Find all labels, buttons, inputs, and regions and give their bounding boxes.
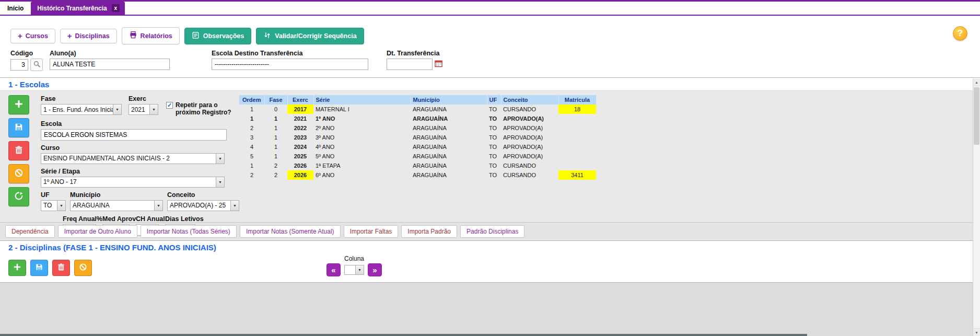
- disciplinas-button[interactable]: + Disciplinas: [60, 29, 117, 43]
- relatorios-button[interactable]: Relatórios: [122, 27, 180, 44]
- add-disciplina-button[interactable]: [8, 260, 26, 276]
- calendar-icon[interactable]: [435, 60, 442, 69]
- cell-4: ARAGUAÍNA: [411, 152, 487, 161]
- cell-6: CURSANDO: [501, 161, 558, 170]
- scrollbar-thumb[interactable]: [974, 87, 979, 145]
- column-header[interactable]: Conceito: [501, 95, 558, 105]
- aluno-label: Aluno(a): [50, 50, 212, 57]
- chevron-down-icon: ▼: [355, 265, 364, 274]
- table-row[interactable]: 102017MATERNAL IARAGUAINATOCURSANDO18: [239, 105, 596, 114]
- save-disciplina-button[interactable]: [30, 260, 48, 276]
- dt-transferencia-label: Dt. Transferência: [387, 50, 454, 57]
- import-link[interactable]: Importa Padrão: [401, 225, 457, 238]
- chevron-down-icon: ▼: [216, 154, 224, 164]
- table-row[interactable]: 2120222º ANOARAGUAÍNATOAPROVADO(A): [239, 123, 596, 133]
- save-record-button[interactable]: [8, 118, 29, 137]
- escola-form: Fase 1 - Ens. Fund. Anos Iniciais▼ Exerc…: [41, 95, 239, 217]
- cancel-disciplina-button[interactable]: [74, 260, 92, 276]
- escola-input[interactable]: [41, 129, 227, 141]
- import-link[interactable]: Dependência: [5, 225, 55, 238]
- disciplinas-section: Coluna « ▼ »: [0, 253, 980, 283]
- table-row[interactable]: 1120211º ANOARAGUAÍNATOAPROVADO(A): [239, 114, 596, 123]
- municipio-select[interactable]: ARAGUAINA▼: [70, 200, 163, 211]
- column-header[interactable]: Exerc: [287, 95, 313, 105]
- aluno-input[interactable]: [50, 59, 170, 70]
- cell-2: 2022: [287, 123, 313, 133]
- cell-0: 4: [239, 142, 264, 152]
- refresh-record-button[interactable]: [8, 187, 29, 206]
- serie-etapa-select[interactable]: 1º ANO - 17▼: [41, 177, 225, 188]
- cell-5: TO: [487, 161, 501, 170]
- table-row[interactable]: 3120233º ANOARAGUAÍNATOAPROVADO(A): [239, 133, 596, 142]
- exerc-select[interactable]: 2021▼: [129, 104, 158, 115]
- delete-record-button[interactable]: [8, 141, 29, 160]
- column-header[interactable]: Município: [411, 95, 487, 105]
- cell-3: 2º ANO: [313, 123, 411, 133]
- curso-select[interactable]: ENSINO FUNDAMENTAL ANOS INICIAIS - 2▼: [41, 153, 225, 164]
- close-icon[interactable]: x: [112, 4, 120, 12]
- ban-icon: [14, 168, 24, 180]
- import-link[interactable]: Importar Faltas: [344, 225, 399, 238]
- scroll-up-icon[interactable]: ▲: [973, 78, 980, 86]
- uf-label: UF: [41, 191, 70, 199]
- column-header[interactable]: Ordem: [239, 95, 264, 105]
- vertical-scrollbar[interactable]: ▲ ▼: [973, 78, 980, 336]
- codigo-input[interactable]: [10, 59, 28, 71]
- cell-6: APROVADO(A): [501, 123, 558, 133]
- cell-0: 5: [239, 152, 264, 161]
- chevron-down-icon: ▼: [113, 105, 121, 114]
- add-record-button[interactable]: [8, 95, 29, 114]
- cancel-record-button[interactable]: [8, 164, 29, 183]
- plus-icon: [14, 99, 24, 111]
- cell-3: 5º ANO: [313, 152, 411, 161]
- table-row[interactable]: 2220266º ANOARAGUAÍNATOCURSANDO3411: [239, 170, 596, 180]
- column-header[interactable]: UF: [487, 95, 501, 105]
- coluna-select[interactable]: ▼: [344, 265, 364, 275]
- import-link[interactable]: Padrão Disciplinas: [460, 225, 524, 238]
- help-button[interactable]: ?: [953, 26, 967, 41]
- page-background: [0, 283, 980, 336]
- import-link[interactable]: Importar Notas (Todas Séries): [141, 225, 237, 238]
- tab-inicio[interactable]: Início: [0, 2, 31, 15]
- dias-letivos-label: Dias Letivos: [165, 215, 197, 223]
- repetir-label: Repetir para opróximo Registro?: [176, 102, 231, 117]
- table-row[interactable]: 4120244º ANOARAGUAÍNATOAPROVADO(A): [239, 142, 596, 152]
- scroll-down-icon[interactable]: ▼: [973, 328, 980, 336]
- student-form: Código Aluno(a) Escola Destino Transferê…: [0, 44, 980, 76]
- column-header[interactable]: Fase: [264, 95, 287, 105]
- fase-select[interactable]: 1 - Ens. Fund. Anos Iniciais▼: [41, 104, 122, 115]
- next-column-button[interactable]: »: [368, 263, 382, 276]
- escola-destino-input[interactable]: [212, 59, 368, 70]
- uf-select[interactable]: TO▼: [41, 200, 66, 211]
- dt-transferencia-input[interactable]: [387, 59, 433, 70]
- cursos-button[interactable]: + Cursos: [10, 29, 55, 43]
- validar-corrigir-button[interactable]: Validar/Corrigir Sequência: [256, 28, 364, 44]
- table-row[interactable]: 1220261ª ETAPAARAGUAÍNATOCURSANDO: [239, 161, 596, 170]
- table-row[interactable]: 5120255º ANOARAGUAÍNATOAPROVADO(A): [239, 152, 596, 161]
- observacoes-button[interactable]: Observações: [184, 28, 252, 44]
- cell-7: 3411: [558, 170, 596, 180]
- prev-column-button[interactable]: «: [326, 263, 341, 276]
- column-header[interactable]: Série: [313, 95, 411, 105]
- cell-6: APROVADO(A): [501, 114, 558, 123]
- tab-historico-transferencia[interactable]: Histórico Transferência x: [31, 2, 124, 15]
- repetir-checkbox[interactable]: ✓: [166, 102, 173, 109]
- cell-2: 2026: [287, 161, 313, 170]
- cell-5: TO: [487, 105, 501, 114]
- cell-4: ARAGUAÍNA: [411, 133, 487, 142]
- import-link[interactable]: Importar de Outro Aluno: [58, 225, 137, 238]
- import-link[interactable]: Importar Notas (Somente Atual): [240, 225, 341, 238]
- observacoes-label: Observações: [203, 32, 244, 40]
- repetir-group: ✓ Repetir para opróximo Registro?: [166, 102, 231, 117]
- delete-disciplina-button[interactable]: [52, 260, 70, 276]
- app-window: Início Histórico Transferência x + Curso…: [0, 0, 980, 336]
- conceito-select[interactable]: APROVADO(A) - 25▼: [167, 200, 239, 211]
- search-button[interactable]: [30, 59, 43, 71]
- column-header[interactable]: Matricula: [558, 95, 596, 105]
- fase-label: Fase: [41, 95, 124, 102]
- escolas-grid-body: 102017MATERNAL IARAGUAINATOCURSANDO18112…: [239, 105, 596, 180]
- disciplinas-label: Disciplinas: [75, 32, 110, 40]
- ch-anual-label: CH Anual: [136, 215, 161, 223]
- curso-label: Curso: [41, 144, 239, 152]
- plus-icon: +: [67, 33, 72, 39]
